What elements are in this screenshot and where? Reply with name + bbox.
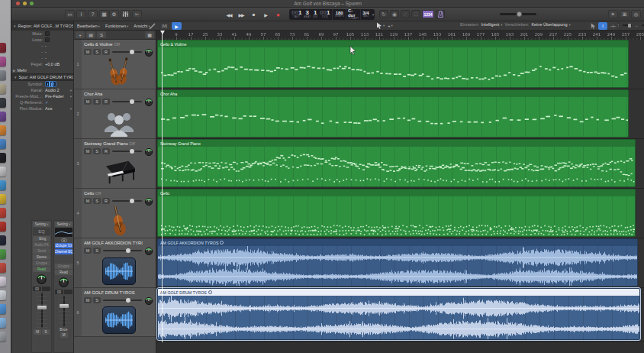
fader-thumb[interactable] (37, 306, 47, 309)
region-midi[interactable]: Cello & Violine (157, 40, 629, 88)
cmd-click-tool-menu[interactable]: +▾ (388, 24, 392, 28)
play-button[interactable]: ▶ (260, 10, 271, 19)
global-solo-button[interactable]: S (97, 31, 106, 38)
lcd-dropdown-icon[interactable]: ▾ (371, 9, 376, 20)
count-in-button[interactable]: 1234 (422, 10, 434, 18)
track-s-button[interactable]: S (93, 248, 101, 254)
quick-help-icon[interactable]: ▭ (65, 10, 75, 18)
checkbox[interactable] (45, 31, 50, 36)
setting-button[interactable]: Setting▾ (55, 222, 72, 227)
dock-app-icon[interactable] (0, 180, 6, 190)
dock-app-icon[interactable] (0, 57, 6, 66)
stepper-icon[interactable]: ▾ (70, 95, 72, 99)
region-more-row[interactable]: ▶ Mehr (11, 67, 73, 73)
inspector-region-header[interactable]: ▼ Region: AM GOLF...M TYROS (11, 21, 74, 31)
pan-value[interactable]: 00 (55, 290, 63, 294)
drag-menu[interactable]: Keine Überlappung▾ (531, 22, 570, 27)
dock-app-icon[interactable] (0, 153, 6, 163)
arrange-lane[interactable]: Steinway Grand Piano (156, 139, 644, 189)
inspector-row[interactable]: Symbol: (11, 81, 73, 87)
pointer-tool-button[interactable] (588, 22, 597, 30)
dock-app-icon[interactable] (0, 277, 6, 287)
volume-fader[interactable] (34, 293, 49, 328)
pan-value[interactable]: 00 (33, 287, 41, 291)
midi-catch-icon[interactable]: [M] (159, 22, 169, 30)
eq-slot[interactable]: EQ (33, 228, 50, 235)
group-slot[interactable]: Gruppe (55, 264, 72, 269)
track-m-button[interactable]: M (84, 248, 92, 254)
fader-thumb[interactable] (60, 304, 69, 308)
record-button[interactable]: ● (272, 10, 283, 19)
region-midi[interactable]: Chor Aha (157, 89, 629, 138)
dock-app-icon[interactable] (0, 43, 6, 53)
dock-app-icon[interactable] (0, 263, 6, 273)
menu-funktionen[interactable]: Funktionen▾ (105, 24, 128, 28)
list-editors-icon[interactable]: ≡ (608, 10, 618, 18)
track-header-5[interactable]: 5AM GOLF AKKORDION TYROSMS (74, 238, 156, 288)
track-m-button[interactable]: M (84, 49, 92, 55)
dock-app-icon[interactable] (0, 249, 6, 259)
rewind-button[interactable]: ◀◀ (224, 10, 234, 19)
dock-app-icon[interactable] (0, 98, 6, 108)
macos-dock[interactable] (0, 0, 11, 353)
region-audio[interactable]: AM GOLF AKKORDION TYROS (157, 238, 638, 287)
track-r-button[interactable]: R (102, 198, 110, 204)
smart-controls-icon[interactable]: ⚙ (109, 10, 119, 18)
inspector-row[interactable]: -- (11, 55, 73, 61)
autopunch-icon[interactable]: ◉ (390, 10, 399, 18)
inspector-row[interactable]: -- (11, 49, 73, 55)
track-r-button[interactable]: R (102, 148, 110, 154)
volume-thumb[interactable] (130, 199, 134, 203)
inspector-row[interactable]: Freeze-Mod...:Pre-Fader▾ (11, 93, 73, 99)
catch-playhead-icon[interactable]: ▶ (172, 22, 182, 30)
mute-button[interactable]: M (60, 332, 68, 338)
dock-app-icon[interactable] (0, 139, 6, 149)
eye-icon[interactable] (55, 238, 72, 242)
inspector-row[interactable]: Kanal:Audio 2▾ (11, 87, 73, 93)
input-slot[interactable]: ◦Eing (33, 236, 50, 241)
master-volume-slider[interactable] (500, 13, 536, 15)
arrange-lane[interactable]: AM GOLF DRUM TYROS (156, 288, 644, 342)
bar-ruler[interactable] (156, 31, 644, 40)
inspector-row[interactable]: Mute: (11, 31, 73, 37)
track-m-button[interactable]: M (84, 148, 92, 154)
mixer-icon[interactable] (121, 10, 130, 18)
media-browser-icon[interactable]: ⊞ (620, 10, 630, 18)
track-r-button[interactable]: R (102, 99, 110, 105)
output-slot[interactable]: Stereo (33, 254, 50, 260)
scissors-icon[interactable]: ✂ (132, 10, 142, 18)
inspector-row[interactable]: Loop: (11, 37, 73, 43)
region-midi[interactable]: Steinway Grand Piano (157, 139, 636, 187)
volume-thumb[interactable] (130, 149, 134, 154)
notes-icon[interactable]: ◎ (631, 10, 641, 18)
track-grid-icon[interactable]: ▦ (145, 31, 154, 38)
track-inspector-header[interactable]: ▼ Spur: AM GOLF DRUM TYROS (11, 73, 73, 81)
track-header-2[interactable]: 2Chor AhaMSR (74, 89, 156, 139)
automation-mode-button[interactable]: Read (55, 270, 72, 275)
stop-button[interactable]: ■ (248, 10, 259, 19)
dock-app-icon[interactable] (0, 222, 6, 232)
duplicate-track-button[interactable]: ▤ (86, 31, 95, 38)
inspector-row[interactable]: Q-Referenz:✓ (11, 99, 73, 105)
region-midi[interactable]: Cello (157, 189, 636, 237)
track-volume-slider[interactable] (103, 300, 142, 301)
pan-knob[interactable] (33, 273, 50, 286)
track-header-6[interactable]: 6AM GOLF DRUM TYROSMS (74, 288, 156, 337)
track-s-button[interactable]: S (93, 297, 101, 303)
left-click-tool-menu[interactable]: ▾ (376, 22, 385, 29)
volume-thumb[interactable] (130, 99, 134, 104)
master-volume-thumb[interactable] (517, 11, 522, 17)
dock-app-icon[interactable] (0, 125, 6, 135)
track-symbol-waveform-icon[interactable] (45, 81, 56, 87)
track-s-button[interactable]: S (93, 148, 101, 154)
replace-icon[interactable]: □ (411, 10, 420, 18)
arrange-lane[interactable]: AM GOLF AKKORDION TYROS (156, 238, 644, 288)
dock-app-icon[interactable] (0, 235, 6, 245)
volume-thumb[interactable] (130, 50, 134, 54)
track-volume-slider[interactable] (103, 250, 142, 251)
dock-app-icon[interactable] (0, 304, 6, 314)
track-volume-slider[interactable] (112, 200, 142, 202)
region-audio[interactable]: AM GOLF DRUM TYROS (157, 288, 640, 340)
track-m-button[interactable]: M (84, 198, 92, 204)
dock-app-icon[interactable] (0, 167, 6, 176)
